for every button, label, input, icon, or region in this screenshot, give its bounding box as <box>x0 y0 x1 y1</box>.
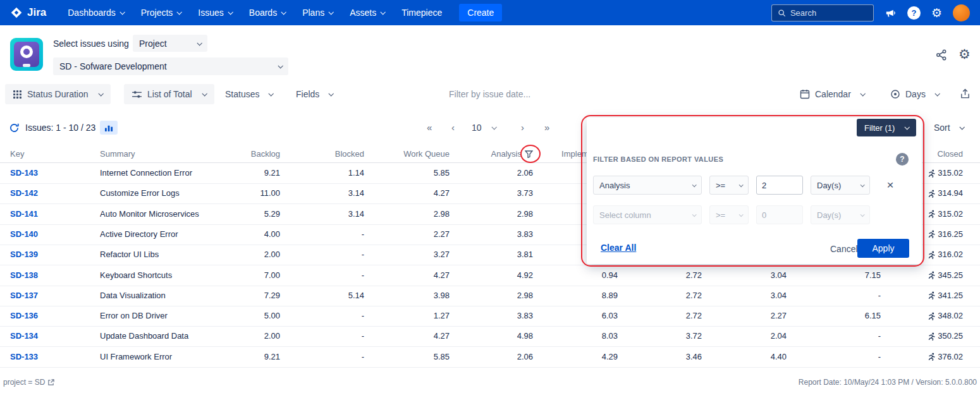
col-header-key[interactable]: Key <box>10 146 92 162</box>
fields-button[interactable]: Fields <box>296 84 333 104</box>
apply-button[interactable]: Apply <box>857 239 909 258</box>
issue-key-link[interactable]: SD-138 <box>10 265 92 286</box>
issue-source-select[interactable]: Project <box>133 35 207 52</box>
external-link-icon[interactable] <box>47 379 54 386</box>
table-cell: 2.98 <box>380 204 450 224</box>
issue-key-link[interactable]: SD-136 <box>10 306 92 326</box>
table-cell: - <box>295 224 364 245</box>
table-cell: - <box>811 326 881 346</box>
table-cell: 3.81 <box>463 245 533 265</box>
avatar[interactable] <box>953 4 970 21</box>
issue-key-link[interactable]: SD-133 <box>10 347 92 367</box>
project-select[interactable]: SD - Sofware Development <box>53 57 288 75</box>
table-cell: 4.27 <box>380 183 450 203</box>
table-cell: 2.72 <box>632 306 702 326</box>
table-cell: 350.25 <box>884 326 963 346</box>
report-type-button[interactable]: Status Duration <box>5 84 111 104</box>
sort-button[interactable]: Sort <box>934 123 964 133</box>
chart-view-button[interactable] <box>100 121 118 135</box>
cycle-time-icon <box>928 353 936 361</box>
issue-key-link[interactable]: SD-143 <box>10 163 92 183</box>
issues-count-label: Issues: 1 - 10 / 23 <box>25 123 95 133</box>
settings-gear-icon[interactable]: ⚙ <box>959 47 971 61</box>
table-cell: - <box>295 265 364 286</box>
unit-button[interactable]: Days <box>890 84 939 104</box>
gear-icon-navbar[interactable]: ⚙ <box>931 7 942 19</box>
prev-page-button[interactable]: ‹ <box>451 122 455 133</box>
refresh-icon[interactable] <box>9 123 20 133</box>
create-button[interactable]: Create <box>459 4 502 21</box>
next-page-button[interactable]: › <box>521 122 524 133</box>
jira-brand-label: Jira <box>27 6 46 19</box>
table-cell: - <box>295 326 364 346</box>
filter-operator-select-2[interactable]: >= <box>709 205 749 224</box>
jira-logo-icon <box>10 6 23 19</box>
table-cell: 3.98 <box>380 286 450 306</box>
filter-value-input-2[interactable] <box>756 205 803 224</box>
statuses-button[interactable]: Statuses <box>225 84 273 104</box>
filter-panel-title: FILTER BASED ON REPORT VALUES <box>593 155 723 163</box>
main-nav: DashboardsProjectsIssuesBoardsPlansAsset… <box>68 8 459 18</box>
nav-item-assets[interactable]: Assets <box>350 8 384 18</box>
filter-column-select[interactable]: Analysis <box>593 176 702 195</box>
filter-help-icon[interactable]: ? <box>896 153 909 166</box>
col-header-work-queue[interactable]: Work Queue <box>380 146 450 162</box>
col-header-blocked[interactable]: Blocked <box>295 146 364 162</box>
table-cell: 4.92 <box>463 265 533 286</box>
table-cell: 6.03 <box>548 306 618 326</box>
date-filter-input[interactable]: Filter by issue date... <box>449 84 530 104</box>
help-icon-navbar[interactable]: ? <box>907 6 921 20</box>
footer-report-info: Report Date: 10/May/24 1:03 PM / Version… <box>799 378 977 387</box>
issue-key-link[interactable]: SD-134 <box>10 326 92 346</box>
jira-logo[interactable]: Jira <box>10 6 46 19</box>
share-icon[interactable] <box>935 49 948 61</box>
table-cell: 4.98 <box>463 326 533 346</box>
col-header-analysis[interactable]: Analysis <box>463 146 533 162</box>
table-cell: 5.85 <box>380 163 450 183</box>
filter-column-select-2[interactable]: Select column <box>593 205 702 224</box>
export-icon[interactable] <box>960 88 971 99</box>
clear-all-link[interactable]: Clear All <box>601 243 636 253</box>
issue-key-link[interactable]: SD-139 <box>10 245 92 265</box>
nav-item-boards[interactable]: Boards <box>249 8 285 18</box>
sliders-icon <box>132 90 142 99</box>
table-cell: 341.25 <box>884 286 963 306</box>
nav-item-dashboards[interactable]: Dashboards <box>68 8 124 18</box>
cycle-time-icon <box>928 210 936 218</box>
cancel-button[interactable]: Cancel <box>830 244 858 254</box>
issue-key-link[interactable]: SD-142 <box>10 183 92 203</box>
filter-value-input[interactable] <box>756 176 803 195</box>
nav-item-projects[interactable]: Projects <box>141 8 181 18</box>
table-cell: - <box>295 245 364 265</box>
filter-button[interactable]: Filter (1) <box>857 119 916 136</box>
col-header-backlog[interactable]: Backlog <box>211 146 280 162</box>
issue-key-link[interactable]: SD-140 <box>10 224 92 245</box>
filter-funnel-icon[interactable] <box>525 150 533 158</box>
table-cell: 3.04 <box>717 286 787 306</box>
nav-item-plans[interactable]: Plans <box>302 8 333 18</box>
table-cell: 8.03 <box>548 326 618 346</box>
megaphone-icon[interactable] <box>885 7 897 19</box>
nav-item-issues[interactable]: Issues <box>198 8 231 18</box>
last-page-button[interactable]: » <box>544 122 549 133</box>
table-cell: 2.00 <box>211 326 280 346</box>
issue-key-link[interactable]: SD-137 <box>10 286 92 306</box>
first-page-button[interactable]: « <box>427 122 432 133</box>
table-cell: 1.27 <box>380 306 450 326</box>
table-cell: 11.00 <box>211 183 280 203</box>
issue-key-link[interactable]: SD-141 <box>10 204 92 224</box>
filter-operator-select[interactable]: >= <box>709 176 749 195</box>
remove-filter-icon[interactable]: × <box>883 177 898 193</box>
table-cell: 9.21 <box>211 163 280 183</box>
navbar-right: Search ? ⚙ <box>771 4 970 21</box>
filter-unit-select-2[interactable]: Day(s) <box>811 205 870 224</box>
filter-unit-select[interactable]: Day(s) <box>811 176 870 195</box>
table-cell: 3.72 <box>632 326 702 346</box>
nav-item-timepiece[interactable]: Timepiece <box>401 8 442 18</box>
search-input[interactable]: Search <box>771 4 874 21</box>
list-mode-button[interactable]: List of Total <box>124 84 214 104</box>
page-size-select[interactable]: 10 <box>472 123 496 133</box>
footer-jql: project = SD <box>3 378 54 387</box>
calendar-button[interactable]: Calendar <box>800 84 864 104</box>
filter-row-1: Analysis >= Day(s) × <box>587 176 922 195</box>
